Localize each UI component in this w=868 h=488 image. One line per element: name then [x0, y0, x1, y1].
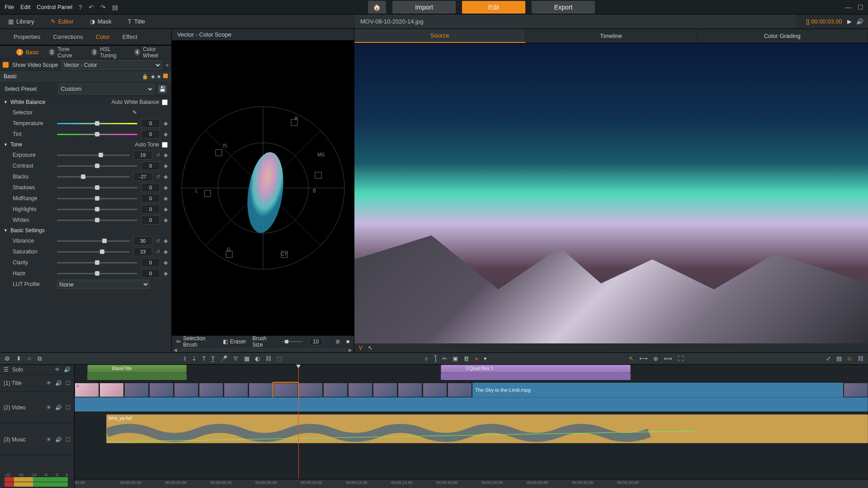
temperature-slider[interactable] — [57, 120, 137, 127]
snapshot-icon[interactable]: ▣ — [453, 355, 458, 362]
solo-menu-icon[interactable]: ☰ — [4, 366, 9, 373]
video-thumb[interactable] — [124, 383, 149, 397]
blacks-reset-icon[interactable]: ↺ — [156, 174, 160, 180]
redo-icon[interactable]: ↷ — [100, 4, 106, 11]
delete-icon[interactable]: 🗑 — [463, 355, 469, 362]
temperature-value[interactable]: 0 — [141, 119, 160, 128]
tab-corrections[interactable]: Corrections — [53, 33, 83, 40]
highlights-value[interactable]: 0 — [141, 205, 160, 214]
tab-properties[interactable]: Properties — [14, 33, 40, 40]
help-icon[interactable]: ? — [79, 4, 82, 11]
auto-tone-checkbox[interactable] — [162, 142, 168, 148]
show-scope-checkbox[interactable] — [3, 62, 9, 68]
export-button[interactable]: Export — [532, 1, 595, 14]
track2-eye-icon[interactable]: 👁 — [46, 404, 52, 411]
kf-icon[interactable]: ◆ — [151, 74, 155, 80]
import-button[interactable]: Import — [392, 1, 456, 14]
haze-slider[interactable] — [57, 270, 137, 277]
audio-mixer-icon[interactable]: ⫴ — [184, 355, 186, 362]
video-thumb[interactable] — [323, 383, 348, 397]
title-clip-1-audio[interactable] — [87, 373, 187, 380]
solo-eye-icon[interactable]: 👁 — [55, 366, 60, 373]
lock-icon[interactable]: 🔒 — [142, 74, 148, 80]
vibrance-value[interactable]: 30 — [133, 236, 152, 245]
saturation-value[interactable]: 23 — [133, 247, 152, 256]
video-thumb[interactable] — [249, 383, 273, 397]
track3-eye-icon[interactable]: 👁 — [46, 436, 52, 443]
scope-scrollbar[interactable]: ◀ ▶ — [172, 347, 354, 352]
saturation-slider[interactable] — [57, 249, 130, 255]
vibrance-slider[interactable] — [57, 238, 130, 244]
brush-size-value[interactable]: 10 — [309, 338, 323, 346]
minimize-icon[interactable]: — — [845, 4, 851, 11]
preset-dropdown[interactable]: Custom — [58, 84, 154, 94]
haze-value[interactable]: 0 — [141, 269, 160, 278]
brush-size-slider[interactable] — [282, 339, 302, 344]
track1-mute-icon[interactable]: 🔊 — [55, 380, 62, 386]
whites-slider[interactable] — [57, 217, 137, 223]
undo-icon[interactable]: ↶ — [89, 4, 94, 11]
tab-title[interactable]: TTitle — [120, 14, 153, 28]
video-thumb[interactable] — [398, 383, 422, 397]
temperature-keyframe-icon[interactable]: ◆ — [164, 120, 168, 127]
vibrance-keyframe-icon[interactable]: ◆ — [164, 238, 168, 244]
controls-scroll[interactable]: ▼ White Balance Auto White Balance Selec… — [0, 96, 171, 352]
shadows-keyframe-icon[interactable]: ◆ — [164, 184, 168, 191]
tint-keyframe-icon[interactable]: ◆ — [164, 131, 168, 137]
exposure-reset-icon[interactable]: ↺ — [156, 152, 160, 158]
scroll-left-icon[interactable]: ◀ — [174, 347, 177, 352]
vibrance-reset-icon[interactable]: ↺ — [156, 238, 160, 244]
save-preset-icon[interactable]: 💾 — [158, 84, 167, 94]
speaker-icon[interactable]: 🔊 — [856, 18, 863, 25]
track1-eye-icon[interactable]: 👁 — [46, 380, 52, 386]
menu-control-panel[interactable]: Control Panel — [37, 4, 72, 10]
copy-icon[interactable]: ⧉ — [38, 355, 42, 362]
video-track[interactable]: A The-Sky-is-the-Limit.mp — [75, 382, 868, 413]
track3-lock-icon[interactable]: ☐ — [66, 436, 71, 443]
tab-editor[interactable]: ✎Editor — [42, 14, 82, 28]
clarity-keyframe-icon[interactable]: ◆ — [164, 259, 168, 266]
text-tool-icon[interactable]: T — [202, 355, 206, 362]
tint-value[interactable]: 0 — [141, 130, 160, 139]
video-thumb[interactable] — [423, 383, 447, 397]
tab-library[interactable]: ▥Library — [0, 14, 42, 28]
eyedropper-icon[interactable]: ✎ — [132, 109, 137, 116]
video-thumb[interactable]: A — [75, 383, 99, 397]
slip-icon[interactable]: ⟺ — [664, 355, 672, 362]
menu-file[interactable]: File — [5, 4, 14, 10]
marker-icon[interactable]: ⩔ — [233, 355, 239, 362]
ducking-icon[interactable]: ⇣ — [192, 355, 197, 362]
video-thumb[interactable] — [224, 383, 248, 397]
video-thumb[interactable] — [348, 383, 373, 397]
title-clip-2-audio[interactable] — [441, 373, 631, 380]
razor-icon[interactable]: ✂ — [442, 355, 447, 362]
eraser-button[interactable]: ◧Eraser — [223, 338, 246, 345]
group-white-balance[interactable]: ▼ White Balance Auto White Balance — [0, 97, 171, 107]
scroll-right-icon[interactable]: ▶ — [349, 347, 352, 352]
track2-lock-icon[interactable]: ☐ — [66, 404, 71, 411]
selection-brush-button[interactable]: ✏Selection Brush — [176, 335, 217, 348]
title-clip-2[interactable]: 3 Quad Box 1 — [441, 365, 631, 373]
video-thumb[interactable] — [448, 383, 472, 397]
subtab-basic[interactable]: 1Basic — [14, 49, 42, 56]
group-basic-settings[interactable]: ▼ Basic Settings — [0, 225, 171, 235]
video-clip-label[interactable]: The-Sky-is-the-Limit.mpg — [472, 383, 843, 397]
tab-color[interactable]: Color — [96, 33, 110, 40]
split-icon[interactable]: ⎀ — [425, 355, 428, 362]
video-thumb[interactable] — [199, 383, 223, 397]
scope-type-dropdown[interactable]: Vector - Color — [61, 60, 162, 70]
snap-icon[interactable]: ⬍ — [16, 355, 21, 362]
tint-slider[interactable] — [57, 131, 137, 137]
track2-mute-icon[interactable]: 🔊 — [55, 404, 62, 411]
multicam-icon[interactable]: ▦ — [244, 355, 250, 362]
home-button[interactable]: 🏠 — [368, 1, 386, 14]
document-icon[interactable]: ▤ — [112, 4, 118, 11]
contrast-slider[interactable] — [57, 163, 137, 169]
subtab-hsl[interactable]: 3HSL Tuning — [89, 46, 127, 59]
invert-icon[interactable]: ⊘ — [335, 338, 340, 345]
whites-keyframe-icon[interactable]: ◆ — [164, 217, 168, 223]
solo-mute-icon[interactable]: 🔊 — [64, 366, 71, 373]
midrange-slider[interactable] — [57, 195, 137, 202]
preview-viewport[interactable] — [354, 43, 868, 343]
trim-in-icon[interactable]: ⎤ — [434, 355, 437, 362]
